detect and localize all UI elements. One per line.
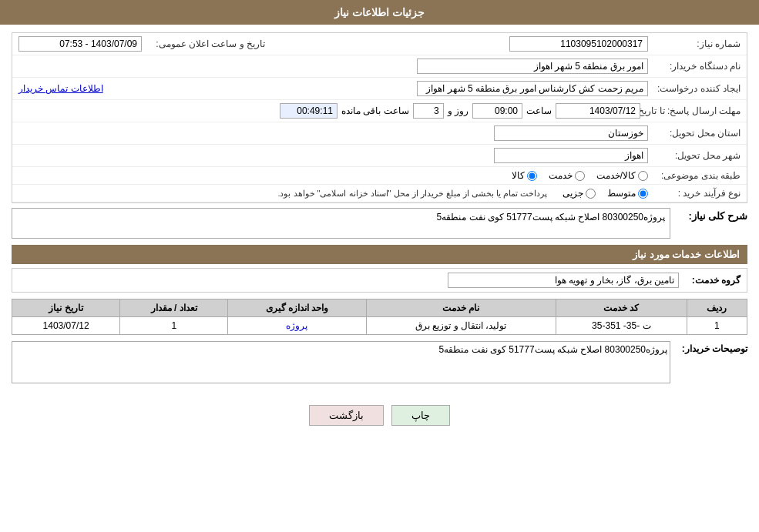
purchase-type-label: نوع فرآیند خرید : [648, 188, 741, 199]
deadline-days: 3 [413, 103, 444, 119]
service-info-title: اطلاعات خدمات مورد نیاز [12, 245, 747, 264]
need-number-label: شماره نیاز: [648, 38, 741, 49]
announcement-date-label: تاریخ و ساعت اعلان عمومی: [142, 38, 265, 49]
page-header: جزئیات اطلاعات نیاز [0, 0, 759, 25]
service-group-value: تامین برق، گاز، بخار و تهویه هوا [448, 273, 679, 288]
creator-value: مریم زحمت کش کارشناس امور برق منطقه 5 شه… [417, 81, 648, 96]
table-header-row: ردیف [687, 299, 747, 317]
table-cell-code: ت -35- 351-35 [556, 317, 687, 335]
contact-info-link[interactable]: اطلاعات تماس خریدار [18, 83, 103, 94]
table-cell-unit: پروژه [228, 317, 366, 335]
purchase-type-radio-group: متوسط جزیی [563, 188, 648, 199]
deadline-remaining-label: ساعت باقی مانده [338, 105, 413, 116]
deadline-days-label: روز و [444, 105, 472, 116]
creator-label: ایجاد کننده درخواست: [648, 83, 741, 94]
deadline-remaining: 00:49:11 [280, 103, 338, 119]
table-cell-date: 1403/07/12 [12, 317, 120, 335]
table-header-date: تاریخ نیاز [12, 299, 120, 317]
deadline-date: 1403/07/12 [556, 103, 640, 119]
table-row: 1 ت -35- 351-35 تولید، انتقال و توزیع بر… [12, 317, 747, 335]
table-cell-qty: 1 [120, 317, 228, 335]
category-radio-group: کالا/خدمت خدمت کالا [512, 170, 648, 181]
table-header-qty: تعداد / مقدار [120, 299, 228, 317]
table-header-code: کد خدمت [556, 299, 687, 317]
province-label: استان محل تحویل: [648, 128, 741, 139]
buyer-notes-label: توصیحات خریدار: [670, 341, 747, 354]
table-cell-name: تولید، انتقال و توزیع برق [366, 317, 556, 335]
province-value: خوزستان [494, 125, 648, 141]
buyer-notes-textarea[interactable] [12, 341, 670, 383]
button-row: چاپ بازگشت [0, 397, 759, 433]
need-description-value: پروژه80300250 اصلاح شبکه پست51777 کوی نف… [12, 208, 670, 239]
back-button[interactable]: بازگشت [309, 405, 384, 426]
deadline-label: مهلت ارسال پاسخ: تا تاریخ: [640, 105, 741, 116]
deadline-time-label: ساعت [522, 105, 556, 116]
category-option-kala-khedmat[interactable]: کالا/خدمت [596, 170, 648, 181]
print-button[interactable]: چاپ [391, 405, 450, 426]
purchase-type-option-jozii[interactable]: جزیی [563, 188, 596, 199]
category-option-khedmat[interactable]: خدمت [549, 170, 585, 181]
announcement-date-value: 1403/07/09 - 07:53 [18, 36, 142, 52]
page-title: جزئیات اطلاعات نیاز [334, 6, 425, 18]
table-header-name: نام خدمت [366, 299, 556, 317]
services-table: ردیف کد خدمت نام خدمت واحد اندازه گیری ت… [12, 299, 747, 335]
need-number-field: 1103095102000317 [509, 36, 648, 52]
service-group-label: گروه خدمت: [679, 275, 741, 286]
purchase-type-option-motavasset[interactable]: متوسط [607, 188, 648, 199]
buyer-station-value: امور برق منطقه 5 شهر اهواز [417, 59, 648, 74]
buyer-station-label: نام دستگاه خریدار: [648, 61, 741, 72]
city-label: شهر محل تحویل: [648, 150, 741, 161]
category-label: طبقه بندی موضوعی: [648, 170, 741, 181]
need-number-value: 1103095102000317 [509, 36, 648, 52]
purchase-type-note: پرداخت تمام یا بخشی از مبلغ خریدار از مح… [277, 189, 547, 199]
table-header-unit: واحد اندازه گیری [228, 299, 366, 317]
table-cell-row: 1 [687, 317, 747, 335]
deadline-time: 09:00 [472, 103, 522, 119]
need-description-label: شرح کلی نیاز: [670, 208, 747, 222]
city-value: اهواز [494, 148, 648, 163]
category-option-kala[interactable]: کالا [512, 170, 537, 181]
